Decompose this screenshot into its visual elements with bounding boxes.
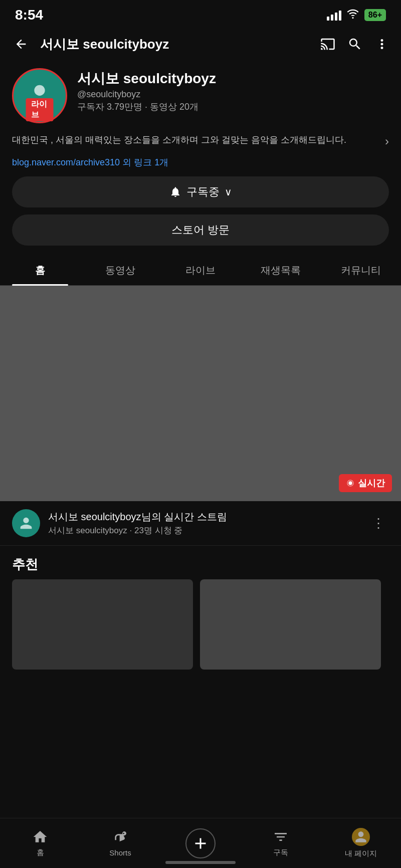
tab-live[interactable]: 라이브 bbox=[160, 256, 241, 285]
stream-info: 서시보 seoulcityboyz님의 실시간 스트림 서시보 seoulcit… bbox=[0, 501, 401, 546]
tab-community[interactable]: 커뮤니티 bbox=[321, 256, 401, 285]
tab-videos[interactable]: 동영상 bbox=[80, 256, 160, 285]
recommended-section-title: 추천 bbox=[0, 546, 401, 579]
expand-description-button[interactable]: › bbox=[385, 133, 389, 148]
bottom-nav: 홈 Shorts 구독 내 페이지 bbox=[0, 818, 401, 868]
user-avatar bbox=[352, 828, 370, 846]
live-label: 실시간 bbox=[358, 477, 385, 489]
nav-shorts-label: Shorts bbox=[109, 848, 131, 857]
store-button[interactable]: 스토어 방문 bbox=[12, 214, 389, 246]
avatar-wrap[interactable]: 라이브 bbox=[12, 68, 67, 123]
signal-icon bbox=[327, 10, 341, 21]
subscribe-chevron: ∨ bbox=[225, 186, 232, 198]
live-tag: 실시간 bbox=[339, 474, 392, 492]
channel-link[interactable]: blog.naver.com/archive310 외 링크 1개 bbox=[0, 154, 401, 176]
nav-subscriptions[interactable]: 구독 bbox=[241, 818, 321, 868]
stream-channel-avatar[interactable] bbox=[12, 509, 40, 537]
more-options-button[interactable] bbox=[373, 35, 391, 53]
nav-subscriptions-label: 구독 bbox=[273, 848, 288, 857]
live-badge: 라이브 bbox=[26, 98, 54, 121]
tab-home[interactable]: 홈 bbox=[0, 256, 80, 285]
store-label: 스토어 방문 bbox=[171, 223, 230, 238]
page-title: 서시보 seoulcityboyz bbox=[40, 36, 311, 53]
channel-info: 서시보 seoulcityboyz @seoulcityboyz 구독자 3.7… bbox=[77, 68, 389, 113]
status-icons: 86+ bbox=[327, 8, 386, 23]
channel-description: 대한민국 , 서울의 매력있는 장소들을 소개하며 그와 걸맞는 음악을 소개해… bbox=[0, 127, 401, 154]
tab-playlist[interactable]: 재생목록 bbox=[241, 256, 321, 285]
stream-title: 서시보 seoulcityboyz님의 실시간 스트림 bbox=[48, 510, 360, 523]
nav-actions bbox=[319, 35, 391, 53]
nav-profile-label: 내 페이지 bbox=[345, 849, 377, 858]
stream-meta: 서시보 seoulcityboyz · 23명 시청 중 bbox=[48, 525, 360, 536]
channel-name: 서시보 seoulcityboyz bbox=[77, 70, 389, 87]
channel-buttons: 구독중 ∨ 스토어 방문 bbox=[0, 176, 401, 246]
svg-point-0 bbox=[348, 481, 352, 485]
description-text: 대한민국 , 서울의 매력있는 장소들을 소개하며 그와 걸맞는 음악을 소개해… bbox=[12, 133, 380, 147]
add-button[interactable] bbox=[185, 828, 216, 858]
cast-button[interactable] bbox=[319, 35, 337, 53]
stream-details: 서시보 seoulcityboyz님의 실시간 스트림 서시보 seoulcit… bbox=[48, 510, 360, 536]
status-time: 8:54 bbox=[15, 7, 43, 23]
channel-handle: @seoulcityboyz bbox=[77, 89, 389, 100]
nav-shorts[interactable]: Shorts bbox=[80, 818, 160, 868]
status-bar: 8:54 86+ bbox=[0, 0, 401, 28]
battery-icon: 86+ bbox=[364, 9, 386, 21]
nav-home-label: 홈 bbox=[37, 848, 44, 857]
channel-header: 라이브 서시보 seoulcityboyz @seoulcityboyz 구독자… bbox=[0, 60, 401, 127]
thumbnail-1[interactable] bbox=[12, 579, 193, 670]
subscribe-button[interactable]: 구독중 ∨ bbox=[12, 176, 389, 207]
thumbnails-row bbox=[0, 579, 401, 670]
subscribe-label: 구독중 bbox=[186, 184, 220, 199]
search-button[interactable] bbox=[346, 35, 364, 53]
stream-video[interactable]: 실시간 bbox=[0, 286, 401, 501]
stream-more-button[interactable]: ⋮ bbox=[368, 512, 389, 535]
thumbnail-2[interactable] bbox=[200, 579, 381, 670]
nav-home[interactable]: 홈 bbox=[0, 818, 80, 868]
home-indicator bbox=[165, 861, 236, 864]
wifi-icon bbox=[346, 8, 359, 23]
nav-profile[interactable]: 내 페이지 bbox=[321, 818, 401, 868]
back-button[interactable] bbox=[10, 33, 32, 55]
channel-tabs: 홈 동영상 라이브 재생목록 커뮤니티 bbox=[0, 256, 401, 286]
channel-stats: 구독자 3.79만명 · 동영상 20개 bbox=[77, 101, 389, 113]
top-nav: 서시보 seoulcityboyz bbox=[0, 28, 401, 60]
